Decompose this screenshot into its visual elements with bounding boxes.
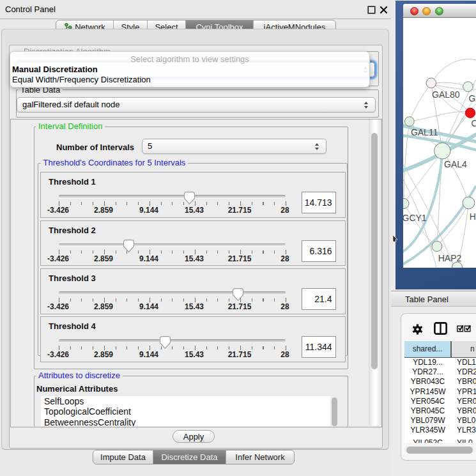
svg-text:GCY1: GCY1: [403, 213, 427, 223]
svg-text:GAL4: GAL4: [444, 159, 467, 169]
svg-text:HAP2: HAP2: [438, 253, 462, 263]
svg-text:GAL11: GAL11: [411, 127, 438, 137]
svg-text:C: C: [472, 118, 476, 128]
svg-text:H: H: [470, 211, 476, 222]
svg-text:GAL80: GAL80: [432, 89, 460, 100]
svg-text:GA: GA: [469, 93, 476, 104]
